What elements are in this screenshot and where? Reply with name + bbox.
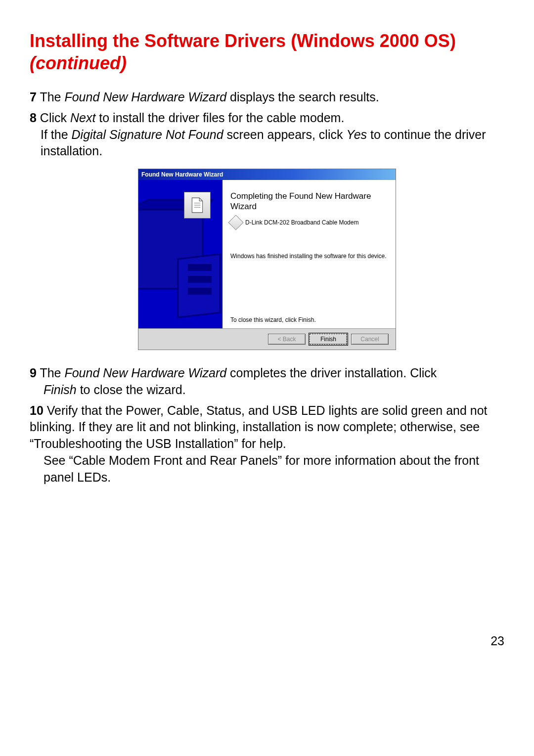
step-9: 9 The Found New Hardware Wizard complete… bbox=[30, 365, 504, 399]
wizard-title-text: Found New Hardware Wizard bbox=[141, 171, 223, 178]
step-number: 10 bbox=[30, 403, 44, 417]
wizard-titlebar: Found New Hardware Wizard bbox=[138, 169, 396, 180]
title-line2: (continued) bbox=[30, 53, 127, 73]
wizard-content: Completing the Found New Hardware Wizard… bbox=[222, 180, 396, 328]
step-10: 10 Verify that the Power, Cable, Status,… bbox=[30, 402, 504, 486]
svg-rect-1 bbox=[188, 264, 212, 271]
wizard-document-icon bbox=[184, 192, 211, 219]
step-8: 8 Click Next to install the driver files… bbox=[30, 110, 504, 160]
back-button: < Back bbox=[268, 334, 306, 345]
step-7: 7 The Found New Hardware Wizard displays… bbox=[30, 89, 504, 106]
wizard-device-row: D-Link DCM-202 Broadband Cable Modem bbox=[230, 217, 388, 228]
wizard-heading: Completing the Found New Hardware Wizard bbox=[230, 191, 388, 212]
step-number: 7 bbox=[30, 90, 37, 104]
page-number: 23 bbox=[30, 634, 504, 648]
step-10-subtext: See “Cable Modem Front and Rear Panels” … bbox=[44, 452, 504, 486]
wizard-body: Completing the Found New Hardware Wizard… bbox=[138, 180, 396, 328]
svg-rect-2 bbox=[188, 276, 212, 283]
step-text: Click Next to install the driver files f… bbox=[37, 111, 344, 125]
step-text: The Found New Hardware Wizard displays t… bbox=[37, 90, 379, 104]
finish-button[interactable]: Finish bbox=[310, 334, 347, 345]
wizard-device-name: D-Link DCM-202 Broadband Cable Modem bbox=[245, 219, 358, 226]
cancel-button: Cancel bbox=[351, 334, 389, 345]
svg-rect-3 bbox=[188, 288, 212, 295]
step-8-subtext: If the Digital Signature Not Found scree… bbox=[41, 127, 504, 160]
wizard-button-bar: < Back Finish Cancel bbox=[138, 328, 396, 350]
wizard-side-panel bbox=[138, 180, 222, 328]
step-number: 8 bbox=[30, 111, 37, 125]
wizard-finished-message: Windows has finished installing the soft… bbox=[230, 253, 388, 260]
step-number: 9 bbox=[30, 366, 37, 380]
wizard-dialog: Found New Hardware Wizard bbox=[138, 169, 396, 350]
step-text: Verify that the Power, Cable, Status, an… bbox=[30, 403, 488, 451]
title-line1: Installing the Software Drivers (Windows… bbox=[30, 31, 456, 51]
step-9-subtext: Finish to close the wizard. bbox=[44, 382, 504, 399]
document-icon bbox=[189, 197, 206, 214]
device-icon bbox=[228, 215, 243, 230]
wizard-close-hint: To close this wizard, click Finish. bbox=[230, 316, 316, 323]
step-text: The Found New Hardware Wizard completes … bbox=[37, 366, 437, 380]
page-title: Installing the Software Drivers (Windows… bbox=[30, 30, 504, 74]
